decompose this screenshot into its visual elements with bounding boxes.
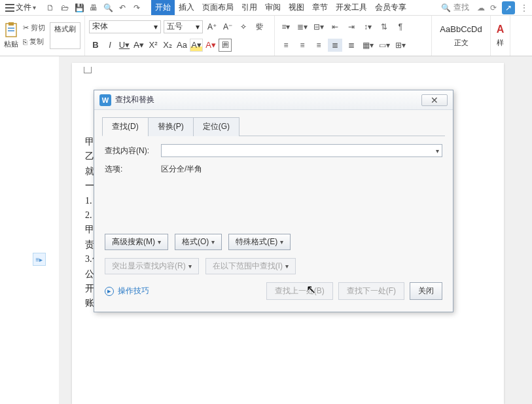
tab-goto[interactable]: 定位(G) (193, 117, 239, 136)
tab-devtools[interactable]: 开发工具 (332, 0, 371, 15)
format-painter-button[interactable]: 格式刷 (50, 22, 80, 49)
tabs-button[interactable]: ⊞▾ (393, 39, 408, 52)
chevron-down-icon: ▾ (196, 22, 200, 31)
tab-view[interactable]: 视图 (285, 0, 308, 15)
phonetic-button[interactable]: 姕 (253, 20, 266, 33)
multilevel-button[interactable]: ⊟▾ (311, 20, 326, 33)
share-icon[interactable]: ↗ (502, 1, 515, 14)
format-button[interactable]: 格式(O) ▾ (175, 234, 222, 250)
search-placeholder: 查找 (453, 2, 469, 13)
svg-rect-3 (8, 30, 14, 31)
find-content-input[interactable]: ▾ (161, 144, 442, 157)
search-command[interactable]: 🔍 查找 (438, 1, 472, 14)
tab-review[interactable]: 审阅 (261, 0, 285, 15)
navigation-pane-icon[interactable]: ≡▸ (33, 253, 46, 266)
copy-icon: ⎘ (23, 38, 27, 46)
chevron-down-icon: ▾ (158, 238, 161, 246)
cut-button[interactable]: ✂ 剪切 (21, 22, 47, 33)
undo-icon[interactable]: ↶ (117, 3, 128, 13)
dialog-close-button[interactable]: ✕ (421, 94, 448, 106)
find-replace-dialog: W 查找和替换 ✕ 查找(D) 替换(P) 定位(G) 查找内容(N): ▾ 选… (94, 90, 453, 312)
highlight-button[interactable]: A▾ (190, 39, 203, 52)
tips-link[interactable]: ▸ 操作技巧 (105, 285, 149, 297)
underline-button[interactable]: U▾ (118, 39, 131, 52)
style-preview[interactable]: AaBbCcDd (440, 24, 482, 34)
search-icon: 🔍 (441, 3, 451, 12)
print-preview-icon[interactable]: 🔍 (103, 3, 113, 13)
svg-rect-2 (8, 28, 14, 29)
ruler-indent-marker[interactable] (84, 67, 92, 73)
advanced-search-button[interactable]: 高级搜索(M) ▾ (105, 234, 168, 250)
chevron-down-icon: ▾ (154, 22, 158, 31)
numbering-button[interactable]: ≣▾ (295, 20, 310, 33)
style-label: 正文 (454, 38, 469, 48)
dialog-titlebar[interactable]: W 查找和替换 ✕ (94, 90, 453, 110)
tab-replace[interactable]: 替换(P) (148, 117, 194, 136)
tab-layout[interactable]: 页面布局 (198, 0, 238, 15)
styles-label: 样 (497, 38, 504, 48)
align-right-button[interactable]: ≡ (311, 39, 326, 52)
paste-button[interactable]: 粘贴 (4, 22, 18, 49)
grow-font-button[interactable]: A⁺ (205, 20, 219, 33)
tab-start[interactable]: 开始 (151, 0, 175, 15)
clear-format-button[interactable]: ✧ (237, 20, 250, 33)
shrink-font-button[interactable]: A⁻ (221, 20, 234, 33)
tab-insert[interactable]: 插入 (175, 0, 198, 15)
file-menu[interactable]: 文件 ▾ (3, 1, 39, 14)
new-doc-icon[interactable]: 🗋 (45, 3, 56, 13)
scissors-icon: ✂ (23, 24, 29, 32)
open-icon[interactable]: 🗁 (60, 3, 70, 13)
dialog-title: 查找和替换 (115, 94, 154, 105)
svg-rect-1 (9, 22, 14, 26)
play-icon: ▸ (105, 287, 114, 296)
search-in-range-button: 在以下范围中查找(I) ▾ (205, 258, 296, 274)
tab-references[interactable]: 引用 (238, 0, 261, 15)
find-prev-button: 查找上一处(B) (266, 282, 333, 300)
hamburger-icon (5, 4, 14, 12)
file-menu-label: 文件 (16, 2, 31, 13)
line-spacing-button[interactable]: ↕▾ (361, 20, 375, 33)
strike-button[interactable]: A̶▾ (132, 39, 145, 52)
char-border-button[interactable]: 囲 (219, 39, 232, 52)
cloud-icon[interactable]: ☁ (477, 3, 485, 12)
show-marks-button[interactable]: ¶ (393, 20, 408, 33)
copy-button[interactable]: ⎘ 复制 (21, 36, 47, 47)
font-name-select[interactable]: 宋体 ▾ (89, 20, 161, 33)
decrease-indent-button[interactable]: ⇤ (328, 20, 342, 33)
chevron-down-icon[interactable]: ▾ (436, 147, 439, 155)
change-case-button[interactable]: Aa (175, 39, 188, 52)
borders-button[interactable]: ▭▾ (377, 39, 391, 52)
chevron-down-icon: ▾ (188, 263, 192, 270)
save-icon[interactable]: 💾 (74, 3, 84, 13)
shading-button[interactable]: ▦▾ (361, 39, 375, 52)
italic-button[interactable]: I (103, 39, 116, 52)
text-effects-icon[interactable]: A (497, 24, 505, 35)
font-color-button[interactable]: A▾ (204, 39, 217, 52)
tab-member[interactable]: 会员专享 (371, 0, 410, 15)
sync-icon[interactable]: ⟳ (490, 3, 497, 12)
tab-sections[interactable]: 章节 (308, 0, 332, 15)
dialog-tabs: 查找(D) 替换(P) 定位(G) (102, 117, 445, 136)
more-menu[interactable]: ⋮ (520, 3, 529, 12)
ribbon-tabs: 开始 插入 页面布局 引用 审阅 视图 章节 开发工具 会员专享 (151, 0, 410, 15)
tab-find[interactable]: 查找(D) (102, 117, 149, 136)
chevron-down-icon: ▾ (211, 238, 215, 246)
align-center-button[interactable]: ≡ (295, 39, 310, 52)
print-icon[interactable]: 🖶 (88, 3, 99, 13)
font-size-select[interactable]: 五号 ▾ (164, 20, 203, 33)
bold-button[interactable]: B (89, 39, 102, 52)
options-label: 选项: (105, 164, 156, 175)
increase-indent-button[interactable]: ⇥ (344, 20, 359, 33)
align-left-button[interactable]: ≡ (279, 39, 293, 52)
wps-icon: W (99, 94, 111, 106)
redo-icon[interactable]: ↷ (132, 3, 142, 13)
align-justify-button[interactable]: ≣ (328, 39, 342, 52)
special-format-button[interactable]: 特殊格式(E) ▾ (228, 234, 291, 250)
bullets-button[interactable]: ≡▾ (279, 20, 293, 33)
superscript-button[interactable]: X² (147, 39, 160, 52)
distribute-button[interactable]: ≣ (344, 39, 359, 52)
sort-button[interactable]: ⇅ (377, 20, 391, 33)
clipboard-icon (4, 22, 18, 38)
subscript-button[interactable]: X₂ (161, 39, 174, 52)
close-button[interactable]: 关闭 (410, 282, 442, 300)
